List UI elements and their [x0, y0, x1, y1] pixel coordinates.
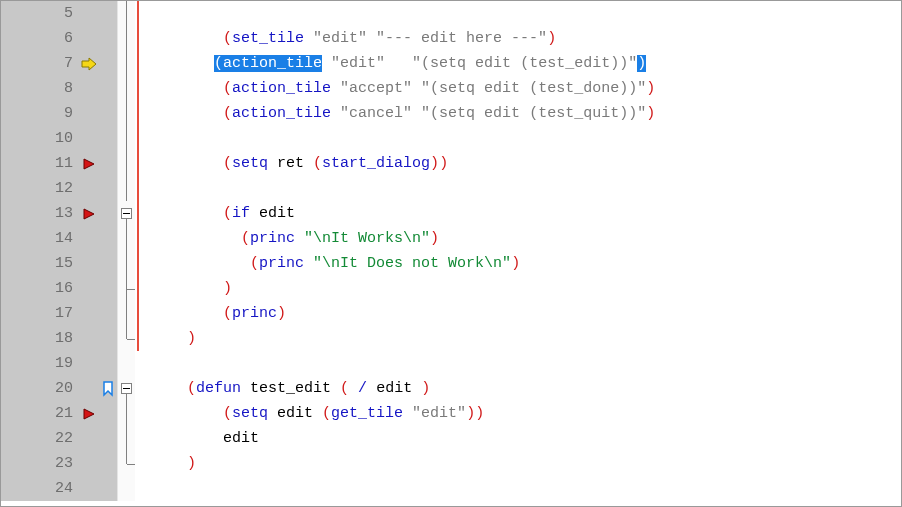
bookmark-empty[interactable] [99, 101, 117, 126]
fold-gutter[interactable] [117, 101, 135, 126]
fold-gutter[interactable] [117, 326, 135, 351]
fold-gutter[interactable] [117, 426, 135, 451]
fold-toggle-icon[interactable] [121, 383, 132, 394]
marker-empty[interactable] [79, 326, 99, 351]
fold-gutter[interactable] [117, 76, 135, 101]
bookmark-empty[interactable] [99, 451, 117, 476]
code-text[interactable]: (defun test_edit ( / edit ) [147, 376, 901, 401]
breakpoint-icon[interactable] [79, 201, 99, 226]
fold-gutter[interactable] [117, 401, 135, 426]
bookmark-empty[interactable] [99, 476, 117, 501]
marker-empty[interactable] [79, 301, 99, 326]
fold-toggle-icon[interactable] [121, 208, 132, 219]
bookmark-empty[interactable] [99, 301, 117, 326]
fold-gutter[interactable] [117, 251, 135, 276]
marker-empty[interactable] [79, 426, 99, 451]
code-line[interactable]: 8 (action_tile "accept" "(setq edit (tes… [1, 76, 901, 101]
code-text[interactable]: (princ "\nIt Works\n") [147, 226, 901, 251]
bookmark-empty[interactable] [99, 26, 117, 51]
bookmark-icon[interactable] [99, 376, 117, 401]
marker-empty[interactable] [79, 176, 99, 201]
bookmark-empty[interactable] [99, 51, 117, 76]
code-line[interactable]: 7 (action_tile "edit" "(setq edit (test_… [1, 51, 901, 76]
breakpoint-icon[interactable] [79, 151, 99, 176]
code-text[interactable]: (setq ret (start_dialog)) [147, 151, 901, 176]
code-text[interactable] [147, 351, 901, 376]
fold-gutter[interactable] [117, 151, 135, 176]
code-line[interactable]: 9 (action_tile "cancel" "(setq edit (tes… [1, 101, 901, 126]
marker-empty[interactable] [79, 1, 99, 26]
fold-gutter[interactable] [117, 226, 135, 251]
marker-empty[interactable] [79, 451, 99, 476]
code-line[interactable]: 19 [1, 351, 901, 376]
bookmark-empty[interactable] [99, 126, 117, 151]
marker-empty[interactable] [79, 101, 99, 126]
bookmark-empty[interactable] [99, 276, 117, 301]
code-line[interactable]: 5 [1, 1, 901, 26]
fold-gutter[interactable] [117, 376, 135, 401]
bookmark-empty[interactable] [99, 351, 117, 376]
code-text[interactable]: (action_tile "accept" "(setq edit (test_… [147, 76, 901, 101]
bookmark-empty[interactable] [99, 151, 117, 176]
code-text[interactable]: edit [147, 426, 901, 451]
bookmark-empty[interactable] [99, 76, 117, 101]
fold-gutter[interactable] [117, 351, 135, 376]
fold-gutter[interactable] [117, 1, 135, 26]
bookmark-empty[interactable] [99, 1, 117, 26]
breakpoint-icon[interactable] [79, 401, 99, 426]
fold-gutter[interactable] [117, 276, 135, 301]
fold-gutter[interactable] [117, 26, 135, 51]
code-text[interactable] [147, 1, 901, 26]
bookmark-empty[interactable] [99, 426, 117, 451]
fold-gutter[interactable] [117, 476, 135, 501]
marker-empty[interactable] [79, 26, 99, 51]
code-line[interactable]: 24 [1, 476, 901, 501]
fold-gutter[interactable] [117, 176, 135, 201]
code-line[interactable]: 6 (set_tile "edit" "--- edit here ---") [1, 26, 901, 51]
code-editor[interactable]: 5 6 (set_tile "edit" "--- edit here ---"… [1, 1, 901, 506]
code-text[interactable]: (action_tile "edit" "(setq edit (test_ed… [147, 51, 901, 76]
code-line[interactable]: 16 ) [1, 276, 901, 301]
code-line[interactable]: 22 edit [1, 426, 901, 451]
bookmark-empty[interactable] [99, 401, 117, 426]
current-line-arrow-icon[interactable] [79, 51, 99, 76]
bookmark-empty[interactable] [99, 201, 117, 226]
bookmark-empty[interactable] [99, 226, 117, 251]
fold-gutter[interactable] [117, 126, 135, 151]
marker-empty[interactable] [79, 251, 99, 276]
fold-gutter[interactable] [117, 301, 135, 326]
code-text[interactable]: ) [147, 451, 901, 476]
fold-gutter[interactable] [117, 201, 135, 226]
code-line[interactable]: 23 ) [1, 451, 901, 476]
marker-empty[interactable] [79, 276, 99, 301]
code-line[interactable]: 11 (setq ret (start_dialog)) [1, 151, 901, 176]
code-text[interactable]: ) [147, 276, 901, 301]
code-text[interactable]: (princ) [147, 301, 901, 326]
fold-gutter[interactable] [117, 51, 135, 76]
marker-empty[interactable] [79, 126, 99, 151]
bookmark-empty[interactable] [99, 176, 117, 201]
marker-empty[interactable] [79, 226, 99, 251]
code-line[interactable]: 12 [1, 176, 901, 201]
code-line[interactable]: 10 [1, 126, 901, 151]
code-line[interactable]: 17 (princ) [1, 301, 901, 326]
marker-empty[interactable] [79, 351, 99, 376]
bookmark-empty[interactable] [99, 326, 117, 351]
code-text[interactable] [147, 126, 901, 151]
code-line[interactable]: 13 (if edit [1, 201, 901, 226]
code-line[interactable]: 15 (princ "\nIt Does not Work\n") [1, 251, 901, 276]
marker-empty[interactable] [79, 376, 99, 401]
fold-gutter[interactable] [117, 451, 135, 476]
code-line[interactable]: 20 (defun test_edit ( / edit ) [1, 376, 901, 401]
code-text[interactable] [147, 476, 901, 501]
bookmark-empty[interactable] [99, 251, 117, 276]
code-line[interactable]: 18 ) [1, 326, 901, 351]
code-line[interactable]: 21 (setq edit (get_tile "edit")) [1, 401, 901, 426]
code-text[interactable]: (if edit [147, 201, 901, 226]
code-text[interactable]: (setq edit (get_tile "edit")) [147, 401, 901, 426]
marker-empty[interactable] [79, 476, 99, 501]
code-text[interactable]: (action_tile "cancel" "(setq edit (test_… [147, 101, 901, 126]
marker-empty[interactable] [79, 76, 99, 101]
code-text[interactable]: ) [147, 326, 901, 351]
code-text[interactable]: (princ "\nIt Does not Work\n") [147, 251, 901, 276]
